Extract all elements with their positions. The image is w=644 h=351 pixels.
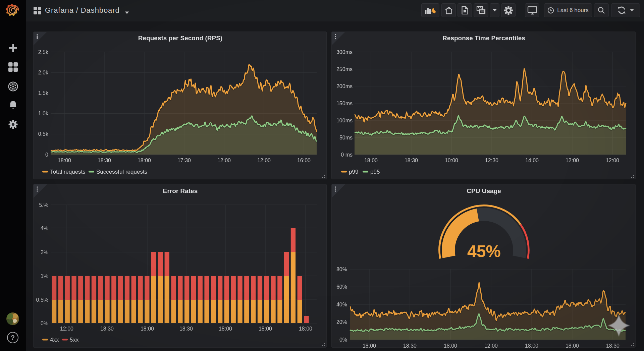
svg-text:p99: p99 bbox=[349, 169, 358, 175]
svg-text:18:30: 18:30 bbox=[403, 343, 417, 348]
svg-text:2.5k: 2.5k bbox=[38, 49, 49, 55]
svg-text:5xx: 5xx bbox=[70, 337, 79, 343]
svg-text:18:00: 18:00 bbox=[259, 326, 272, 332]
svg-text:18:30: 18:30 bbox=[100, 326, 114, 332]
svg-text:10:00: 10:00 bbox=[445, 158, 458, 163]
svg-text:18:30: 18:30 bbox=[606, 343, 620, 348]
svg-text:0%: 0% bbox=[41, 320, 48, 326]
svg-text:5.%: 5.% bbox=[39, 202, 48, 208]
svg-text:12:00: 12:00 bbox=[606, 158, 619, 163]
svg-text:12:00: 12:00 bbox=[566, 158, 579, 163]
svg-text:18:30: 18:30 bbox=[405, 158, 418, 163]
svg-text:2%: 2% bbox=[41, 249, 48, 255]
svg-text:14:00: 14:00 bbox=[525, 158, 539, 163]
svg-text:18:30: 18:30 bbox=[98, 158, 111, 163]
svg-text:18:00: 18:00 bbox=[444, 343, 457, 348]
svg-text:0.5k: 0.5k bbox=[38, 131, 49, 137]
svg-text:18:00: 18:00 bbox=[58, 158, 71, 163]
svg-text:0.5%: 0.5% bbox=[36, 297, 48, 303]
svg-text:CPU Usage: CPU Usage bbox=[467, 187, 501, 194]
svg-text:Requests per Second (RPS): Requests per Second (RPS) bbox=[138, 35, 222, 42]
svg-text:0 ms: 0 ms bbox=[341, 152, 353, 158]
svg-text:Total requests: Total requests bbox=[50, 169, 86, 175]
svg-text:1.5k: 1.5k bbox=[38, 90, 49, 96]
svg-text:p95: p95 bbox=[370, 169, 380, 175]
svg-text:12:00: 12:00 bbox=[60, 326, 73, 332]
svg-text:Error Rates: Error Rates bbox=[163, 187, 198, 194]
svg-text:60%: 60% bbox=[336, 284, 347, 290]
svg-text:1%: 1% bbox=[41, 273, 48, 279]
svg-text:4xx: 4xx bbox=[50, 337, 59, 343]
svg-text:18:00: 18:00 bbox=[138, 158, 151, 163]
svg-text:2.0k: 2.0k bbox=[38, 70, 49, 75]
svg-text:12:30: 12:30 bbox=[485, 158, 498, 163]
svg-text:1.0k: 1.0k bbox=[38, 111, 49, 116]
svg-text:18:00: 18:00 bbox=[364, 158, 378, 163]
svg-text:200ms: 200ms bbox=[336, 83, 353, 89]
svg-text:17:30: 17:30 bbox=[177, 158, 191, 163]
svg-text:16:00: 16:00 bbox=[297, 158, 311, 163]
svg-text:12:00: 12:00 bbox=[217, 158, 231, 163]
svg-text:18:00: 18:00 bbox=[525, 343, 538, 348]
svg-text:18:00: 18:00 bbox=[219, 326, 232, 332]
svg-text:12:00: 12:00 bbox=[484, 343, 498, 348]
svg-text:20%: 20% bbox=[336, 319, 347, 325]
svg-text:40%: 40% bbox=[336, 302, 347, 307]
svg-text:0: 0 bbox=[45, 152, 48, 158]
svg-text:Response Time Percentiles: Response Time Percentiles bbox=[442, 35, 525, 42]
svg-text:50ms: 50ms bbox=[339, 135, 353, 140]
svg-text:Successful requests: Successful requests bbox=[96, 169, 147, 175]
svg-text:80%: 80% bbox=[336, 267, 347, 272]
svg-text:4%: 4% bbox=[41, 225, 48, 231]
svg-text:45%: 45% bbox=[467, 242, 501, 261]
svg-text:18:00: 18:00 bbox=[363, 343, 376, 348]
svg-text:250ms: 250ms bbox=[336, 66, 353, 72]
svg-text:150ms: 150ms bbox=[336, 101, 353, 106]
svg-text:18:00: 18:00 bbox=[566, 343, 579, 348]
svg-text:300ms: 300ms bbox=[336, 49, 353, 55]
svg-text:12:00: 12:00 bbox=[257, 158, 271, 163]
svg-text:100ms: 100ms bbox=[336, 118, 353, 123]
svg-text:18:00: 18:00 bbox=[141, 326, 154, 332]
svg-text:18:00: 18:00 bbox=[299, 326, 312, 332]
svg-text:18:30: 18:30 bbox=[179, 326, 193, 332]
svg-text:0%: 0% bbox=[339, 337, 347, 343]
